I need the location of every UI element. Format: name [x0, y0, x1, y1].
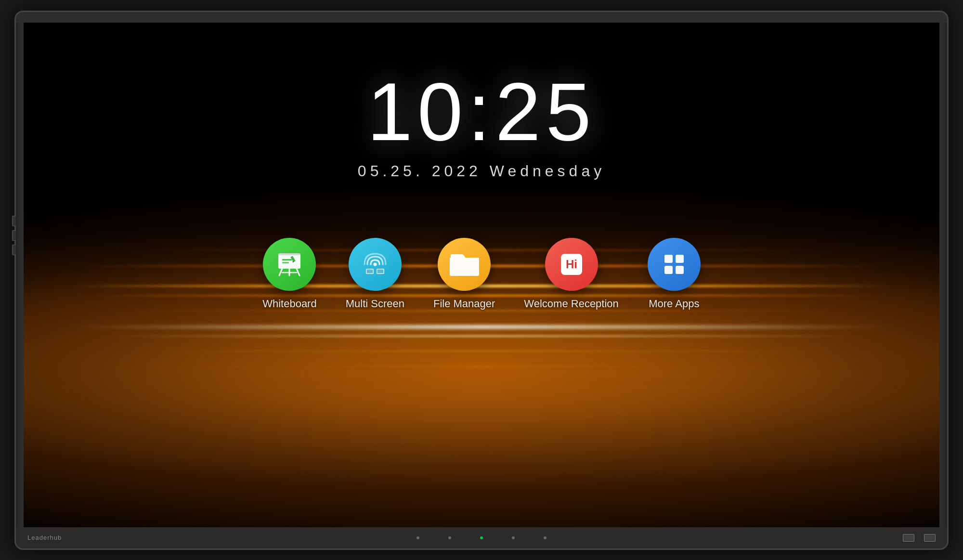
screen-wrapper: 10:25 05.25. 2022 Wednesday	[24, 23, 939, 527]
bezel-bottom: Leaderhub	[16, 527, 947, 548]
clock-date: 05.25. 2022 Wednesday	[358, 162, 605, 180]
clock-time: 10:25	[367, 71, 596, 153]
app-whiteboard[interactable]: Whiteboard	[262, 238, 317, 310]
app-moreapps[interactable]: More Apps	[648, 238, 701, 310]
filemanager-icon-bg	[438, 238, 491, 291]
svg-line-7	[297, 269, 299, 275]
multiscreen-icon-bg	[349, 238, 402, 291]
screen-content: 10:25 05.25. 2022 Wednesday	[24, 23, 939, 527]
svg-rect-12	[366, 269, 373, 273]
svg-point-10	[373, 262, 377, 266]
svg-line-6	[279, 269, 282, 275]
svg-rect-17	[664, 255, 673, 263]
brand-label: Leaderhub	[27, 534, 62, 541]
monitor: 10:25 05.25. 2022 Wednesday	[14, 11, 949, 550]
svg-rect-19	[664, 266, 673, 274]
bottom-button-2[interactable]	[924, 534, 936, 542]
svg-rect-0	[278, 253, 300, 269]
power-indicator	[480, 536, 483, 539]
multiscreen-label: Multi Screen	[346, 298, 404, 310]
side-button-3[interactable]	[12, 245, 16, 255]
multiscreen-icon	[360, 249, 390, 279]
folder-icon	[449, 251, 480, 277]
svg-text:Hi: Hi	[566, 258, 577, 271]
side-button-1[interactable]	[12, 216, 16, 226]
side-button-2[interactable]	[12, 230, 16, 241]
bezel-top	[16, 12, 947, 23]
app-welcome[interactable]: Hi Welcome Reception	[524, 238, 618, 310]
indicator-dot-3	[512, 536, 515, 539]
moreapps-icon-bg	[648, 238, 701, 291]
welcome-icon-bg: Hi	[545, 238, 598, 291]
bottom-button-1[interactable]	[903, 534, 914, 542]
grid-icon	[660, 250, 689, 279]
whiteboard-label: Whiteboard	[262, 298, 317, 310]
svg-rect-1	[278, 253, 300, 255]
side-buttons	[12, 216, 16, 255]
svg-rect-14	[377, 269, 383, 273]
moreapps-label: More Apps	[649, 298, 699, 310]
indicator-dot-4	[544, 536, 547, 539]
bottom-center	[416, 536, 547, 539]
svg-rect-3	[282, 262, 289, 263]
app-filemanager[interactable]: File Manager	[433, 238, 495, 310]
screen: 10:25 05.25. 2022 Wednesday	[24, 23, 939, 527]
indicator-dot-2	[448, 536, 451, 539]
app-multiscreen[interactable]: Multi Screen	[346, 238, 404, 310]
welcome-label: Welcome Reception	[524, 298, 618, 310]
welcome-icon: Hi	[557, 250, 586, 279]
whiteboard-icon	[274, 249, 304, 279]
filemanager-label: File Manager	[433, 298, 495, 310]
bottom-controls	[903, 534, 936, 542]
svg-rect-18	[676, 255, 684, 263]
whiteboard-icon-bg	[263, 238, 316, 291]
apps-row: Whiteboard	[262, 238, 701, 310]
svg-rect-20	[676, 266, 684, 274]
indicator-dot-1	[416, 536, 419, 539]
svg-rect-2	[282, 259, 292, 260]
